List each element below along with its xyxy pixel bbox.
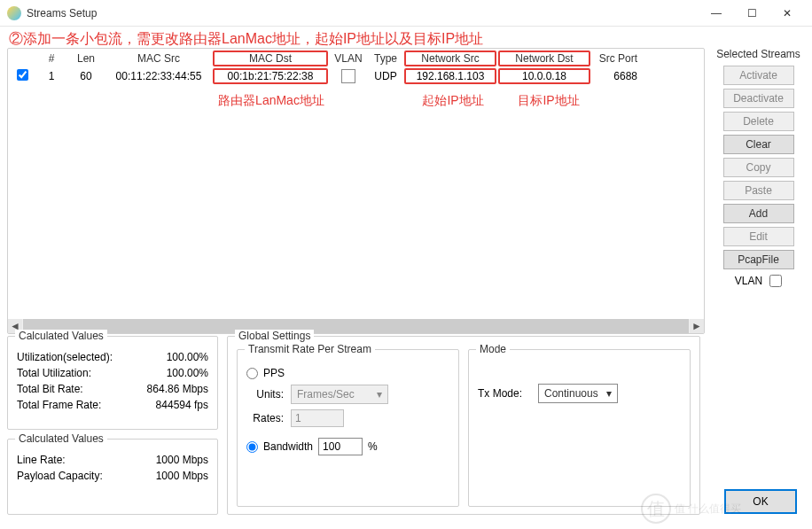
calculated-values-2: Calculated Values Line Rate:1000 Mbps Pa… (7, 439, 218, 515)
titlebar: Streams Setup — ☐ ✕ (0, 0, 812, 27)
app-icon (7, 6, 21, 20)
clear-button[interactable]: Clear (723, 135, 794, 154)
bandwidth-radio[interactable] (246, 441, 258, 453)
total-util-value: 100.00% (167, 367, 208, 379)
col-vlan: VLAN (329, 52, 368, 65)
mode-group: Mode Tx Mode: Continuous▾ (468, 349, 691, 507)
transmit-rate-group: Transmit Rate Per Stream PPS Units: Fram… (237, 349, 459, 507)
row-checkbox[interactable] (17, 69, 28, 81)
col-net-dst: Network Dst (500, 52, 589, 65)
calc2-legend: Calculated Values (15, 432, 107, 445)
txmode-label: Tx Mode: (478, 387, 531, 400)
bandwidth-input[interactable] (318, 438, 363, 455)
chevron-down-icon: ▾ (377, 388, 382, 401)
streams-table: # Len MAC Src MAC Dst VLAN Type Network … (7, 48, 705, 334)
instruction-annotation: ②添加一条小包流，需更改路由器LanMac地址，起始IP地址以及目标IP地址 (0, 27, 812, 51)
paste-button[interactable]: Paste (723, 181, 794, 200)
bitrate-label: Total Bit Rate: (17, 383, 147, 395)
activate-button[interactable]: Activate (723, 66, 794, 85)
table-row[interactable]: 1 60 00:11:22:33:44:55 00:1b:21:75:22:38… (8, 66, 704, 86)
highlight-net-src: Network Src (404, 51, 496, 66)
mode-legend: Mode (476, 343, 510, 355)
util-sel-value: 100.00% (167, 351, 208, 363)
cell-mac-src: 00:11:22:33:44:55 (105, 70, 212, 82)
deactivate-button[interactable]: Deactivate (723, 89, 794, 108)
units-select[interactable]: Frames/Sec▾ (291, 385, 388, 404)
cell-len: 60 (66, 70, 105, 82)
framerate-label: Total Frame Rate: (17, 399, 156, 411)
window-title: Streams Setup (27, 7, 699, 19)
bandwidth-label: Bandwidth (263, 440, 313, 453)
minimize-button[interactable]: — (699, 0, 734, 27)
cell-net-dst: 10.0.0.18 (500, 70, 589, 82)
calc1-legend: Calculated Values (15, 330, 107, 342)
delete-button[interactable]: Delete (723, 112, 794, 131)
pcapfile-button[interactable]: PcapFile (723, 250, 794, 269)
global-settings: Global Settings Transmit Rate Per Stream… (227, 336, 700, 515)
total-util-label: Total Utilization: (17, 367, 167, 379)
percent-label: % (368, 440, 378, 453)
cell-num: 1 (36, 70, 66, 82)
framerate-value: 844594 fps (156, 399, 208, 411)
cell-net-src: 192.168.1.103 (406, 70, 495, 82)
util-sel-label: Utilization(selected): (17, 351, 167, 363)
vlan-checkbox[interactable] (769, 275, 782, 287)
col-len: Len (66, 52, 105, 65)
side-panel: Selected Streams Activate Deactivate Del… (712, 48, 805, 334)
table-header: # Len MAC Src MAC Dst VLAN Type Network … (8, 49, 704, 68)
units-label: Units: (246, 388, 284, 401)
add-button[interactable]: Add (723, 204, 794, 223)
vlan-label: VLAN (735, 275, 762, 287)
linerate-label: Line Rate: (17, 454, 156, 466)
payload-label: Payload Capacity: (17, 470, 156, 482)
col-src-port: Src Port (591, 52, 646, 65)
col-mac-src: MAC Src (105, 52, 212, 65)
copy-button[interactable]: Copy (723, 158, 794, 177)
highlight-net-dst-val: 10.0.0.18 (498, 68, 590, 84)
linerate-value: 1000 Mbps (156, 454, 208, 466)
highlight-net-src-val: 192.168.1.103 (404, 68, 496, 84)
scroll-right-icon[interactable]: ► (690, 319, 704, 333)
watermark: 值值 什么值得买 (641, 494, 741, 524)
pps-radio[interactable] (246, 368, 258, 379)
txmode-select[interactable]: Continuous▾ (538, 384, 618, 403)
bitrate-value: 864.86 Mbps (147, 383, 208, 395)
gs-legend: Global Settings (235, 330, 314, 342)
close-button[interactable]: ✕ (769, 0, 805, 27)
rates-input[interactable] (291, 409, 344, 427)
col-type: Type (368, 52, 403, 65)
calculated-values-1: Calculated Values Utilization(selected):… (7, 336, 218, 430)
cell-src-port: 6688 (591, 70, 646, 82)
edit-button[interactable]: Edit (723, 227, 794, 246)
col-net-src: Network Src (406, 52, 495, 65)
pps-label: PPS (263, 367, 285, 379)
payload-value: 1000 Mbps (156, 470, 208, 482)
highlight-mac-dst: MAC Dst (213, 51, 328, 66)
chevron-down-icon: ▾ (606, 387, 612, 400)
highlight-net-dst: Network Dst (498, 51, 590, 66)
maximize-button[interactable]: ☐ (734, 0, 769, 27)
highlight-mac-dst-val: 00:1b:21:75:22:38 (213, 68, 328, 84)
col-num: # (36, 52, 66, 65)
scroll-thumb[interactable] (23, 319, 689, 333)
tx-legend: Transmit Rate Per Stream (245, 343, 375, 355)
col-mac-dst: MAC Dst (215, 52, 326, 65)
side-title: Selected Streams (716, 48, 800, 60)
cell-mac-dst: 00:1b:21:75:22:38 (215, 70, 326, 82)
horizontal-scrollbar[interactable]: ◄ ► (8, 319, 704, 333)
rates-label: Rates: (246, 412, 284, 424)
vlan-checkbox-empty[interactable] (341, 69, 355, 83)
cell-type: UDP (368, 70, 403, 82)
